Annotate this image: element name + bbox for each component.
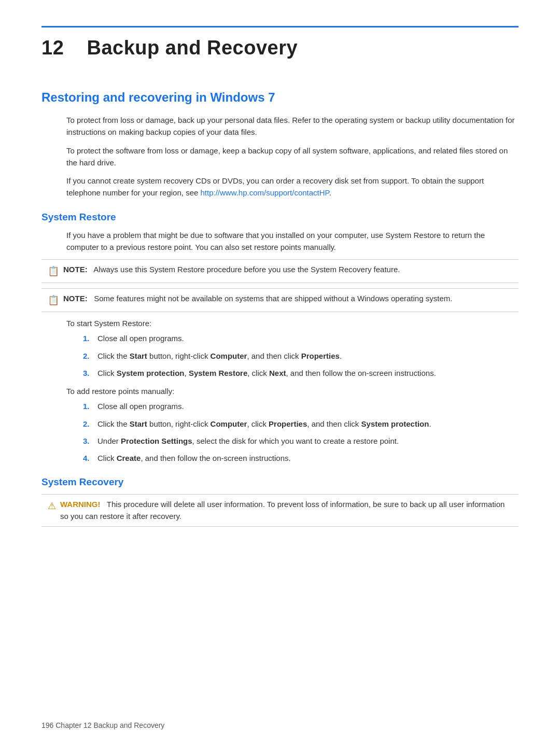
start-step-2: 2. Click the Start button, right-click C…: [83, 350, 519, 362]
system-restore-intro: If you have a problem that might be due …: [66, 229, 519, 254]
add-step-4: 4. Click Create, and then follow the on-…: [83, 452, 519, 464]
system-recovery-title: System Recovery: [41, 476, 519, 488]
note-box-2: 📋 NOTE: Some features might not be avail…: [41, 288, 519, 312]
chapter-number: 12: [41, 37, 64, 59]
note-2-label: NOTE:: [63, 294, 88, 303]
start-step-1: 1. Close all open programs.: [83, 332, 519, 344]
note-2-text: Some features might not be available on …: [94, 294, 452, 303]
add-step-3-text: Under Protection Settings, select the di…: [97, 435, 519, 447]
steps-start-list: 1. Close all open programs. 2. Click the…: [83, 332, 519, 379]
add-step-4-number: 4.: [83, 452, 93, 464]
chapter-title-text: Backup and Recovery: [87, 37, 298, 59]
start-step-2-text: Click the Start button, right-click Comp…: [97, 350, 519, 362]
add-step-2-text: Click the Start button, right-click Comp…: [97, 418, 519, 430]
note-box-1: 📋 NOTE: Always use this System Restore p…: [41, 259, 519, 283]
system-restore-title: System Restore: [41, 212, 519, 223]
add-step-1: 1. Close all open programs.: [83, 400, 519, 412]
warning-label: WARNING!: [60, 500, 101, 509]
note-icon-1: 📋: [48, 264, 59, 278]
add-step-4-text: Click Create, and then follow the on-scr…: [97, 452, 519, 464]
add-step-2-number: 2.: [83, 418, 93, 430]
steps-add-list: 1. Close all open programs. 2. Click the…: [83, 400, 519, 464]
hp-support-link[interactable]: http://www.hp.com/support/contactHP: [201, 188, 329, 197]
start-step-3: 3. Click System protection, System Resto…: [83, 367, 519, 379]
footer-text: 196 Chapter 12 Backup and Recovery: [41, 721, 164, 729]
start-step-1-text: Close all open programs.: [97, 332, 519, 344]
add-step-1-number: 1.: [83, 400, 93, 412]
note-1-text: Always use this System Restore procedure…: [93, 265, 400, 274]
warning-box: ⚠ WARNING! This procedure will delete al…: [41, 494, 519, 527]
page: 12 Backup and Recovery Restoring and rec…: [0, 0, 560, 745]
section-para-2: To protect the software from loss or dam…: [66, 145, 519, 169]
add-step-3-number: 3.: [83, 435, 93, 447]
note-1-label: NOTE:: [63, 265, 88, 274]
warning-content: WARNING! This procedure will delete all …: [60, 499, 512, 522]
chapter-header: 12 Backup and Recovery: [41, 26, 519, 59]
to-add-label: To add restore points manually:: [66, 385, 519, 397]
section-para-3: If you cannot create system recovery CDs…: [66, 175, 519, 199]
note-icon-2: 📋: [48, 293, 59, 307]
chapter-title: 12 Backup and Recovery: [41, 37, 519, 59]
start-step-1-number: 1.: [83, 332, 93, 344]
note-1-content: NOTE: Always use this System Restore pro…: [63, 264, 400, 276]
section-title: Restoring and recovering in Windows 7: [41, 90, 519, 105]
note-2-content: NOTE: Some features might not be availab…: [63, 293, 452, 305]
warning-icon: ⚠: [48, 499, 56, 513]
add-step-1-text: Close all open programs.: [97, 400, 519, 412]
start-step-3-number: 3.: [83, 367, 93, 379]
add-step-3: 3. Under Protection Settings, select the…: [83, 435, 519, 447]
start-step-3-text: Click System protection, System Restore,…: [97, 367, 519, 379]
to-start-label: To start System Restore:: [66, 317, 519, 329]
page-footer: 196 Chapter 12 Backup and Recovery: [41, 721, 164, 729]
warning-text: This procedure will delete all user info…: [60, 500, 505, 521]
section-para-1: To protect from loss or damage, back up …: [66, 114, 519, 138]
add-step-2: 2. Click the Start button, right-click C…: [83, 418, 519, 430]
start-step-2-number: 2.: [83, 350, 93, 362]
